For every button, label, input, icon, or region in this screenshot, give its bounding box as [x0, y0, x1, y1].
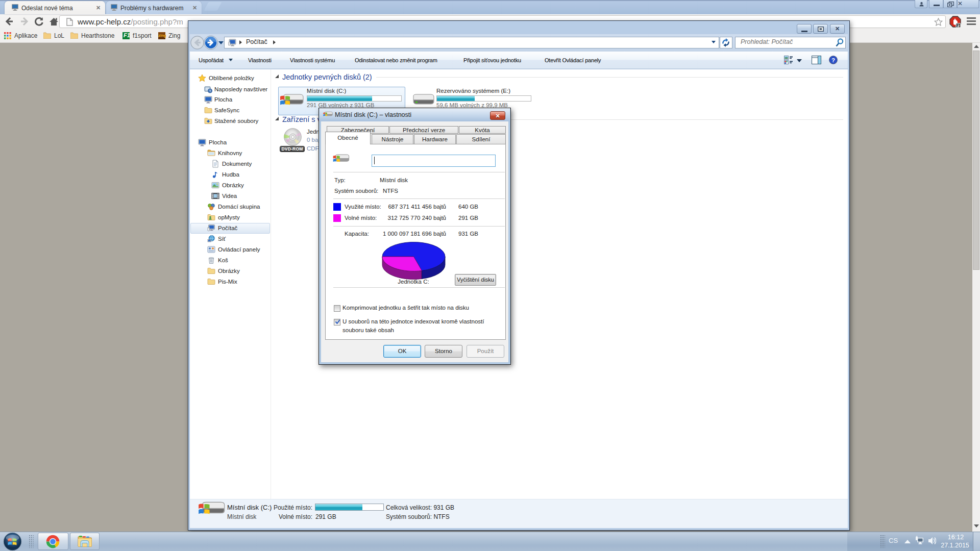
svg-text:?: ?	[831, 57, 835, 63]
svg-text:2: 2	[957, 23, 959, 28]
